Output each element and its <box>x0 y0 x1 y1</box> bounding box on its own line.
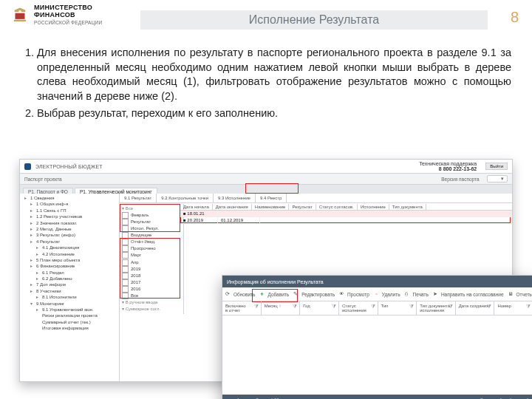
filter-icon[interactable]: ⧩ <box>487 304 491 310</box>
version-label: Версия паспорта <box>441 177 479 182</box>
filter-icon[interactable]: ⧩ <box>371 304 375 310</box>
tree-row[interactable]: ▸8.1 Исполнители <box>21 294 117 300</box>
panel-col-header[interactable]: Статусисполнения⧩ <box>339 301 378 315</box>
tree-row[interactable]: Риски реализации проекта <box>21 313 117 318</box>
panel-toolbar: ⟳Обновить ＋Добавить ✎Редактировать 👁Прос… <box>222 287 532 301</box>
panel-col-header[interactable]: Номер⧩ <box>494 301 532 315</box>
month-item[interactable]: Февраль <box>122 212 181 219</box>
results-grid[interactable]: Дата началаДата окончанияНаиме­нованиеРе… <box>180 204 512 224</box>
month-item[interactable]: Просрочено <box>122 245 181 252</box>
tree-row[interactable]: ▸4.2 Исполнение <box>21 251 117 257</box>
tool-send[interactable]: ➤Направить на согласование <box>433 291 504 298</box>
eye-icon: 👁 <box>339 291 346 298</box>
menu-left[interactable]: Паспорт проекта <box>24 177 62 182</box>
panel-col-header[interactable]: Месяц ↑⧩ <box>262 301 301 315</box>
panel-col-header[interactable]: Включенов отчет⧩ <box>222 301 262 315</box>
tree-row[interactable]: ▸3 Результат (инфо) <box>21 232 117 238</box>
panel-columns: Включенов отчет⧩Месяц ↑⧩Год⧩Статусисполн… <box>222 301 532 316</box>
tree-row[interactable]: ▸4 Результат <box>21 239 117 245</box>
subtab-2[interactable]: 9.2 Контрольные точки <box>157 194 214 202</box>
grid-header[interactable]: Дата окончания <box>213 204 252 210</box>
grid-header[interactable]: Статус согласов. <box>316 204 358 210</box>
grid-row[interactable]: ■ 20.201901.12.2019 <box>180 217 512 224</box>
exit-button[interactable]: Выйти <box>485 163 508 170</box>
filter-icon[interactable]: ⧩ <box>332 304 336 310</box>
grid-row[interactable]: ■ 18.01.21 <box>180 211 512 217</box>
filter-icon[interactable]: ⧩ <box>409 304 414 310</box>
grid-header[interactable]: Исполнение <box>358 204 389 210</box>
ministry-brand: МИНИСТЕРСТВО ФИНАНСОВ РОССИЙСКОЙ ФЕДЕРАЦ… <box>10 4 102 27</box>
month-item[interactable]: Входящие <box>122 232 181 239</box>
app-screenshot: ЭЛЕКТРОННЫЙ БЮДЖЕТ Техническая поддержка… <box>19 159 513 382</box>
month-item[interactable]: 2016 <box>122 286 181 293</box>
month-item[interactable]: Результат <box>122 219 181 225</box>
tree-row[interactable]: ▸1 Общая инф-я <box>21 201 117 207</box>
tree-row[interactable]: ▸5 План меро объекта <box>21 257 117 263</box>
grid-header[interactable]: Тип документа <box>389 204 426 210</box>
tree-row[interactable]: ▸1.2 Реестр участников <box>21 214 117 219</box>
panel-col-header[interactable]: Дата создания⧩ <box>456 301 495 315</box>
brand-text: МИНИСТЕРСТВО ФИНАНСОВ РОССИЙСКОЙ ФЕДЕРАЦ… <box>34 4 102 27</box>
tree-row[interactable]: ▸9.1 Управленческий мон. <box>21 307 117 313</box>
panel-col-header[interactable]: Год⧩ <box>300 301 339 315</box>
grid-header[interactable]: Наиме­нование <box>252 204 290 210</box>
support-phone: Техническая поддержка8 800 222-13-62 <box>419 161 477 171</box>
slide-title: Исполнение Результата <box>140 10 488 30</box>
tree-row[interactable]: ▸6 Финансирование <box>21 263 117 269</box>
month-item[interactable]: Апр <box>122 259 181 266</box>
refresh-icon: ⟳ <box>225 291 232 298</box>
filter-icon[interactable]: ⧩ <box>526 304 531 310</box>
months-tree[interactable]: ▾ Все ФевральРезультатИспол. Резул.Входя… <box>120 204 184 314</box>
bullet-2: Выбрав результат, переходим к его заполн… <box>37 106 511 121</box>
tree-row[interactable]: ▸1 Сведения <box>21 195 117 201</box>
month-item[interactable]: Март <box>122 252 181 259</box>
month-item[interactable]: 2017 <box>122 279 181 286</box>
subtab-4[interactable]: 9.4 Реестр <box>256 194 287 202</box>
tool-view[interactable]: 👁Просмотр <box>339 291 369 298</box>
grid-header[interactable]: Дата начала <box>180 204 213 210</box>
tool-print[interactable]: ⎙Печать <box>405 291 429 298</box>
tree-row[interactable]: ▸2 Метод. Данные <box>21 226 117 232</box>
bullet-1: Для внесения исполнения по результату в … <box>37 46 511 103</box>
app-title: ЭЛЕКТРОННЫЙ БЮДЖЕТ <box>35 164 103 169</box>
tree-row[interactable]: ▸6.1 Раздел <box>21 270 117 276</box>
subtab-3[interactable]: 9.3 Исполнение <box>214 194 256 202</box>
tree-row[interactable]: ▾9 Мониторинг <box>21 301 117 307</box>
tool-delete[interactable]: －Удалить <box>374 291 400 298</box>
result-info-panel: Информация об исполнении Результата ⟳Обн… <box>222 275 532 399</box>
tool-edit[interactable]: ✎Редактировать <box>293 291 335 298</box>
subtab-1[interactable]: 9.1 Результат <box>120 194 157 202</box>
filter-icon[interactable]: ⧩ <box>254 304 259 310</box>
plus-icon: ＋ <box>259 291 266 298</box>
month-item[interactable]: Испол. Резул. <box>122 225 181 232</box>
panel-col-header[interactable]: Тип⧩ <box>378 301 417 315</box>
subtabs: 9.1 Результат 9.2 Контрольные точки 9.3 … <box>120 194 512 203</box>
month-item[interactable]: Отчёт-Увед. <box>122 239 181 245</box>
tool-reports[interactable]: 🗎Отчеты <box>508 291 532 298</box>
filter-icon[interactable]: ⧩ <box>449 304 453 310</box>
month-item[interactable]: Все <box>122 293 181 299</box>
tree-row[interactable]: ▸7 Доп информ <box>21 282 117 287</box>
version-select[interactable]: ▾ <box>487 175 508 183</box>
panel-statusbar: ≪ 1 ≫ Записей 50 Записи с 1 по 1; всего … <box>222 395 532 399</box>
tree-row[interactable]: ▸4.1 Декомпозиция <box>21 245 117 250</box>
grid-header[interactable]: Результат <box>289 204 316 210</box>
tree-row[interactable]: ▸6.2 Добавлено <box>21 276 117 282</box>
minus-icon: － <box>374 291 381 298</box>
pencil-icon: ✎ <box>293 291 300 298</box>
filter-icon[interactable]: ⧩ <box>293 304 297 310</box>
tree-row[interactable]: Суммарный отчет (тек.) <box>21 319 117 325</box>
tree-row[interactable]: ▸1.1 Связь с ГП <box>21 208 117 214</box>
tree-row[interactable]: Итоговая информация <box>21 325 117 331</box>
month-item[interactable]: 2019 <box>122 266 181 273</box>
body-text: Для внесения исполнения по результату в … <box>21 46 511 124</box>
panel-col-header[interactable]: Тип документаисполнения⧩ <box>417 301 456 315</box>
center-pane: 9.1 Результат 9.2 Контрольные точки 9.3 … <box>120 194 512 381</box>
month-item[interactable]: 2018 <box>122 273 181 279</box>
sidebar-tree[interactable]: ▸1 Сведения▸1 Общая инф-я▸1.1 Связь с ГП… <box>20 194 120 381</box>
tool-refresh[interactable]: ⟳Обновить <box>225 291 255 298</box>
tool-add[interactable]: ＋Добавить <box>259 291 289 298</box>
print-icon: ⎙ <box>405 291 412 298</box>
tree-row[interactable]: ▸8 Участники <box>21 288 117 294</box>
tree-row[interactable]: ▸2 Значения показат. <box>21 220 117 226</box>
